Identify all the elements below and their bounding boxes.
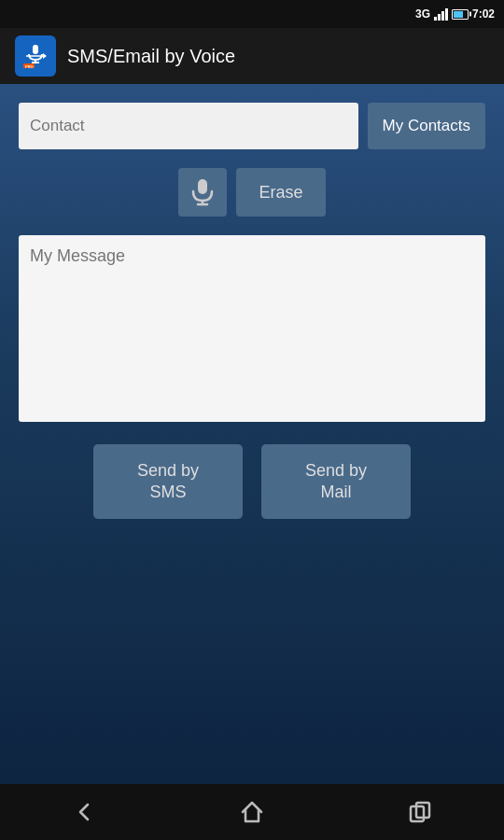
svg-text:PRO: PRO xyxy=(25,64,34,69)
signal-bar-1 xyxy=(434,17,437,21)
recents-button[interactable] xyxy=(388,790,452,834)
send-by-mail-button[interactable]: Send byMail xyxy=(261,444,411,519)
microphone-icon xyxy=(190,178,215,206)
app-icon-svg: PRO xyxy=(22,43,49,69)
status-icons: 3G 7:02 xyxy=(415,7,495,21)
contact-row: My Contacts xyxy=(19,103,485,149)
message-input[interactable] xyxy=(19,235,485,422)
app-bar: PRO SMS/Email by Voice xyxy=(0,28,504,84)
send-row: Send bySMS Send byMail xyxy=(19,444,485,519)
signal-bars xyxy=(434,7,448,21)
microphone-button[interactable] xyxy=(178,168,227,217)
nav-bar xyxy=(0,784,504,840)
controls-row: Erase xyxy=(19,168,485,217)
main-content: My Contacts Erase Send bySMS Send byMail xyxy=(0,84,504,784)
app-icon: PRO xyxy=(15,35,56,77)
home-icon xyxy=(239,799,265,825)
signal-bar-2 xyxy=(438,14,441,21)
back-button[interactable] xyxy=(52,790,116,834)
svg-rect-0 xyxy=(33,45,38,54)
battery-fill xyxy=(454,11,464,18)
battery-icon xyxy=(452,9,469,20)
svg-rect-7 xyxy=(198,179,207,194)
send-by-sms-button[interactable]: Send bySMS xyxy=(93,444,243,519)
erase-button[interactable]: Erase xyxy=(236,168,325,217)
recent-apps-icon xyxy=(407,799,433,825)
my-contacts-button[interactable]: My Contacts xyxy=(368,103,485,149)
svg-marker-4 xyxy=(43,53,47,59)
back-icon xyxy=(71,799,97,825)
contact-input[interactable] xyxy=(19,103,358,149)
app-title: SMS/Email by Voice xyxy=(67,46,235,67)
home-button[interactable] xyxy=(220,790,284,834)
status-bar: 3G 7:02 xyxy=(0,0,504,28)
network-indicator: 3G xyxy=(415,7,430,21)
signal-bar-4 xyxy=(445,8,448,21)
clock: 7:02 xyxy=(472,7,495,21)
signal-bar-3 xyxy=(441,11,444,21)
